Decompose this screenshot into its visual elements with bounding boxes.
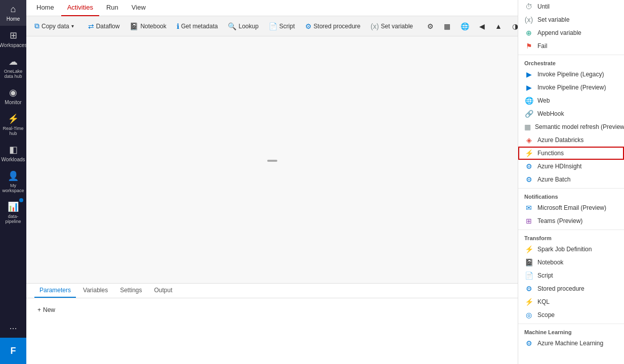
divider-orchestrate [518, 55, 624, 55]
section-notifications: Notifications [518, 191, 624, 201]
toolbar-stored-procedure[interactable]: ⚙ Stored procedure [301, 20, 365, 32]
toolbar: ⧉ Copy data ▾ ⇄ Dataflow 📓 Notebook ℹ Ge… [26, 16, 518, 36]
panel-item-teams[interactable]: ⊞ Teams (Preview) [518, 214, 624, 228]
sidebar-item-datapipeline[interactable]: 📊 data- pipeline [0, 197, 26, 228]
panel-item-append-variable[interactable]: ⊕ Append variable [518, 26, 624, 39]
more-icon: ··· [9, 323, 17, 334]
toolbar-script[interactable]: 📄 Script [265, 20, 299, 32]
tab-home[interactable]: Home [30, 0, 60, 16]
resize-handle[interactable] [267, 160, 277, 162]
tab-output[interactable]: Output [149, 284, 178, 298]
toolbar-lookup[interactable]: 🔍 Lookup [224, 20, 262, 32]
toolbar-get-metadata[interactable]: ℹ Get metadata [173, 20, 222, 32]
panel-item-azure-batch[interactable]: ⚙ Azure Batch [518, 173, 624, 186]
new-button[interactable]: + New [34, 304, 510, 315]
panel-item-webhook[interactable]: 🔗 WebHook [518, 107, 624, 120]
toolbar-set-variable[interactable]: (x) Set variable [366, 20, 417, 32]
panel-item-scope[interactable]: ◎ Scope [518, 308, 624, 322]
panel-item-web[interactable]: 🌐 Web [518, 94, 624, 107]
toolbar-icon3[interactable]: 🌐 [456, 20, 473, 32]
batch-icon: ⚙ [524, 175, 533, 184]
tab-run[interactable]: Run [100, 0, 124, 16]
right-panel: ⏱ Until (x) Set variable ⊕ Append variab… [518, 0, 624, 364]
sidebar-item-more[interactable]: ··· [0, 319, 26, 338]
canvas-area [26, 36, 518, 283]
bottom-tabs: Parameters Variables Settings Output [26, 284, 518, 298]
stored-proc2-icon: ⚙ [524, 285, 533, 293]
lookup-icon: 🔍 [228, 22, 236, 30]
databricks-icon: ◈ [524, 136, 533, 144]
toolbar-dataflow[interactable]: ⇄ Dataflow [84, 20, 124, 32]
grid-icon: ▦ [444, 22, 450, 30]
tab-parameters[interactable]: Parameters [34, 284, 76, 298]
sidebar-item-home[interactable]: ⌂ Home [0, 0, 26, 26]
set-variable-icon: (x) [370, 22, 379, 30]
email-icon: ✉ [524, 204, 533, 212]
toolbar-icon4[interactable]: ◀ [475, 20, 489, 32]
section-transform: Transform [518, 232, 624, 243]
panel-item-azure-hdinsight[interactable]: ⚙ Azure HDInsight [518, 160, 624, 173]
tab-view[interactable]: View [126, 0, 152, 16]
panel-item-invoke-preview[interactable]: ▶ Invoke Pipeline (Preview) [518, 81, 624, 94]
invoke-preview-icon: ▶ [524, 83, 533, 92]
panel-item-stored-procedure[interactable]: ⚙ Stored procedure [518, 282, 624, 295]
panel-item-fail[interactable]: ⚑ Fail [518, 39, 624, 53]
toolbar-icon6[interactable]: ◑ [508, 20, 518, 32]
sidebar-item-workspaces[interactable]: ⊞ Workspaces [0, 26, 26, 52]
tab-variables[interactable]: Variables [78, 284, 113, 298]
append-variable-icon: ⊕ [524, 29, 533, 37]
sidebar-item-monitor[interactable]: ◉ Monitor [0, 83, 26, 109]
section-orchestrate: Orchestrate [518, 57, 624, 68]
toolbar-copy-data[interactable]: ⧉ Copy data ▾ [30, 20, 78, 32]
workspaces-icon: ⊞ [10, 30, 17, 41]
tab-activities[interactable]: Activities [61, 0, 99, 16]
hdinsight-icon: ⚙ [524, 162, 533, 170]
scope-icon: ◎ [524, 311, 533, 319]
divider-notifications [518, 188, 624, 189]
panel-item-set-variable[interactable]: (x) Set variable [518, 13, 624, 26]
dataflow-icon: ⇄ [88, 22, 94, 30]
sidebar-item-realtime[interactable]: ⚡ Real-Time hub [0, 109, 26, 140]
sidebar-item-workloads[interactable]: ◧ Workloads [0, 140, 26, 166]
notebook2-icon: 📓 [524, 258, 533, 266]
globe-icon: 🌐 [461, 22, 469, 30]
panel-item-notebook[interactable]: 📓 Notebook [518, 256, 624, 269]
plus-icon: + [37, 306, 41, 313]
workloads-icon: ◧ [9, 144, 18, 155]
myworkspace-icon: 👤 [8, 170, 19, 181]
panel-item-microsoft-email[interactable]: ✉ Microsoft Email (Preview) [518, 201, 624, 214]
toolbar-icon2[interactable]: ▦ [440, 20, 454, 32]
panel-item-invoke-legacy[interactable]: ▶ Invoke Pipeline (Legacy) [518, 68, 624, 81]
tab-settings[interactable]: Settings [115, 284, 147, 298]
half-icon: ◑ [512, 22, 518, 30]
datapipeline-icon: 📊 [8, 201, 19, 212]
panel-item-functions[interactable]: ⚡ Functions [518, 147, 624, 160]
toolbar-notebook[interactable]: 📓 Notebook [126, 20, 170, 32]
set-variable-icon: (x) [524, 16, 533, 24]
until-icon: ⏱ [524, 3, 533, 11]
copy-data-dropdown-icon: ▾ [71, 23, 74, 29]
invoke-legacy-icon: ▶ [524, 70, 533, 78]
script2-icon: 📄 [524, 271, 533, 280]
panel-item-spark-job[interactable]: ⚡ Spark Job Definition [518, 243, 624, 256]
panel-item-until[interactable]: ⏱ Until [518, 0, 624, 13]
stored-procedure-icon: ⚙ [305, 22, 312, 30]
toolbar-icon5[interactable]: ▲ [491, 20, 506, 32]
fabric-logo[interactable]: F [0, 338, 26, 364]
home-icon: ⌂ [11, 4, 16, 15]
up-icon: ▲ [495, 22, 502, 30]
section-machine-learning: Machine Learning [518, 326, 624, 337]
bottom-content: + New [26, 298, 518, 364]
panel-item-script[interactable]: 📄 Script [518, 269, 624, 282]
main-area: Home Activities Run View ⧉ Copy data ▾ ⇄… [26, 0, 518, 364]
sidebar-item-myworkspace[interactable]: 👤 My workspace [0, 166, 26, 197]
sidebar-item-onelake[interactable]: ☁ OneLake data hub [0, 52, 26, 83]
panel-item-kql[interactable]: ⚡ KQL [518, 295, 624, 308]
copy-data-icon: ⧉ [34, 22, 39, 30]
panel-item-azure-databricks[interactable]: ◈ Azure Databricks [518, 133, 624, 147]
back-icon: ◀ [479, 22, 485, 30]
panel-item-semantic-model[interactable]: ▦ Semantic model refresh (Preview) [518, 120, 624, 133]
toolbar-icon1[interactable]: ⚙ [423, 20, 438, 32]
panel-item-azure-ml[interactable]: ⚙ Azure Machine Learning [518, 337, 624, 350]
teams-icon: ⊞ [524, 217, 533, 225]
